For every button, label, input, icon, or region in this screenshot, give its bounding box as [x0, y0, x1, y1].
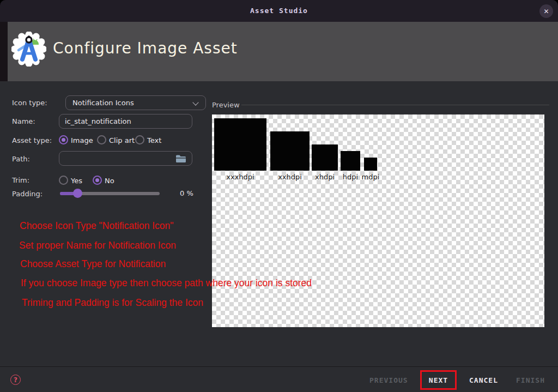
annotation-name: Set proper Name for Notification Icon [19, 240, 176, 251]
trim-label: Trim: [12, 176, 29, 184]
asset-type-radio-image-label[interactable]: Image [71, 136, 93, 144]
cancel-button[interactable]: CANCEL [469, 376, 498, 384]
close-icon[interactable]: ✕ [539, 4, 553, 18]
annotation-icon-type: Choose Icon Type "Notification Icon" [20, 220, 174, 232]
asset-type-radio-clipart[interactable] [97, 135, 106, 144]
finish-button: FINISH [516, 376, 545, 384]
density-label-xhdpi: xhdpi [312, 173, 338, 181]
density-label-xxxhdpi: xxxhdpi [214, 173, 266, 181]
icon-type-select[interactable]: Notification Icons [65, 95, 206, 110]
name-input[interactable] [59, 114, 192, 128]
help-icon[interactable]: ? [10, 375, 21, 385]
density-label-xxhdpi: xxhdpi [270, 173, 310, 181]
padding-label: Padding: [12, 190, 43, 198]
asset-type-radio-text[interactable] [135, 135, 144, 144]
preview-swatch-mdpi [364, 158, 377, 171]
preview-swatch-hdpi [341, 151, 360, 171]
next-button-highlight-box[interactable]: NEXT [420, 370, 457, 390]
android-studio-logo-icon [11, 32, 46, 67]
asset-type-radio-clipart-label[interactable]: Clip art [109, 136, 135, 144]
icon-type-label: Icon type: [12, 99, 47, 107]
annotation-trim-padding: Triming and Padding is for Scaling the I… [22, 297, 203, 309]
next-button[interactable]: NEXT [429, 376, 448, 384]
previous-button: PREVIOUS [369, 376, 408, 384]
preview-swatch-xxhdpi [270, 131, 310, 171]
annotation-path: If you choose Image type then choose pat… [21, 278, 312, 289]
asset-type-radio-text-label[interactable]: Text [147, 136, 161, 144]
density-label-mdpi: mdpi [360, 173, 381, 181]
padding-slider[interactable] [60, 192, 160, 195]
asset-type-radio-image[interactable] [59, 135, 68, 144]
padding-slider-thumb[interactable] [73, 189, 82, 198]
preview-swatch-xxxhdpi [214, 118, 266, 171]
path-label: Path: [12, 155, 30, 163]
preview-label: Preview [212, 101, 240, 109]
page-title: Configure Image Asset [53, 39, 238, 57]
name-field-wrap [59, 114, 192, 129]
name-label: Name: [12, 117, 35, 125]
folder-icon[interactable] [175, 154, 186, 163]
path-input[interactable] [59, 152, 192, 165]
asset-type-label: Asset type: [12, 136, 52, 144]
padding-value: 0 % [180, 189, 193, 197]
asset-studio-dialog: Asset Studio ✕ Configure Image Asset [0, 0, 558, 392]
trim-radio-yes[interactable] [59, 176, 68, 185]
title-bar: Asset Studio ✕ [0, 0, 558, 22]
header-left-strip [0, 22, 8, 81]
trim-radio-yes-label[interactable]: Yes [71, 177, 82, 185]
preview-swatch-xhdpi [312, 144, 338, 171]
chevron-down-icon [192, 99, 198, 105]
icon-type-selected-value: Notification Icons [72, 99, 134, 107]
preview-panel: xxxhdpi xxhdpi xhdpi hdpi mdpi [212, 114, 544, 327]
path-field-wrap [59, 151, 192, 166]
trim-radio-no-label[interactable]: No [105, 177, 114, 185]
trim-radio-no[interactable] [93, 176, 102, 185]
preview-divider [241, 105, 549, 105]
window-title: Asset Studio [0, 0, 558, 22]
annotation-asset-type: Choose Asset Type for Notification [20, 258, 166, 270]
